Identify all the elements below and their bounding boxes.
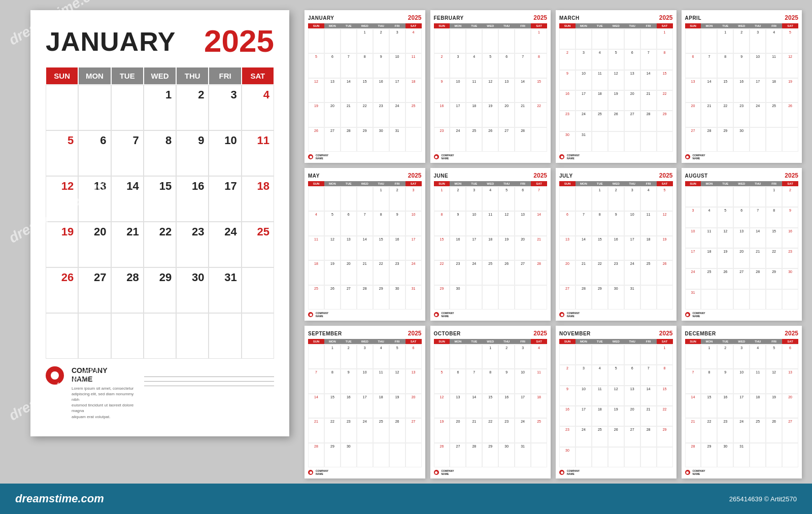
small-calendars-area: JANUARY2025SUNMONTUEWEDTHUFRISAT12345678… (304, 10, 802, 478)
small-cell-8-r0c6: 6 (405, 345, 422, 369)
small-cell-10-r4c1: 24 (576, 426, 592, 447)
small-day-hdr-5-0: SUN (434, 181, 450, 186)
small-cell-2-r5c3 (608, 131, 624, 152)
small-cell-2-r4c2: 25 (592, 111, 608, 131)
small-cell-6-r4c4: 31 (624, 285, 640, 310)
small-cell-2-r0c0 (559, 29, 576, 49)
small-day-hdr-11-2: TUE (717, 339, 733, 344)
small-cell-2-r5c6 (657, 131, 673, 152)
small-cell-4-r0c4: 1 (373, 187, 389, 211)
large-cell-r2c4: 16 (176, 176, 209, 222)
small-cell-11-r3c4: 25 (750, 418, 766, 442)
small-cell-7-r1c2: 5 (717, 207, 733, 227)
small-cell-6-r0c6: 5 (657, 187, 673, 211)
small-cell-8-r0c3: 3 (357, 345, 373, 369)
small-cal-header-4: MAY2025 (308, 172, 422, 179)
small-cell-3-r1c4: 10 (750, 53, 766, 78)
small-days-hdr-1: SUNMONTUEWEDTHUFRISAT (434, 23, 548, 28)
small-cell-9-r2c1: 13 (450, 394, 466, 418)
small-cal-header-1: FEBRUARY2025 (434, 14, 548, 21)
small-logo-inner-10 (561, 471, 563, 474)
small-cell-2-r3c0: 16 (559, 90, 576, 111)
small-cell-1-r0c5 (515, 29, 531, 53)
small-day-hdr-3-5: FRI (766, 23, 782, 28)
bottom-bar: dreamstime.com 265414639 © Artit2570 (0, 484, 812, 514)
small-cell-1-r0c6: 1 (531, 29, 547, 53)
small-cell-4-r3c3: 21 (357, 260, 373, 285)
small-cell-5-r2c4: 19 (498, 236, 515, 260)
small-cell-3-r2c4: 17 (750, 78, 766, 102)
small-cell-11-r3c0: 21 (685, 418, 701, 442)
small-cell-8-r0c1: 1 (324, 345, 341, 369)
small-cell-2-r1c0: 2 (559, 49, 576, 70)
small-cell-4-r0c2 (341, 187, 357, 211)
small-day-hdr-9-1: MON (450, 339, 466, 344)
small-cell-5-r0c2: 3 (466, 187, 482, 211)
large-cell-r5c3 (144, 313, 176, 359)
small-cell-3-r3c1: 21 (701, 102, 717, 127)
small-cell-1-r0c0 (434, 29, 450, 53)
small-cell-7-r5c6 (782, 289, 798, 310)
small-cell-10-r3c4: 20 (624, 406, 640, 426)
small-cell-0-r3c2: 21 (341, 102, 357, 127)
small-cell-6-r0c0 (559, 187, 576, 211)
large-cal-month: JANUARY (46, 26, 176, 57)
small-cell-3-r2c0: 13 (685, 78, 701, 102)
small-cell-2-r4c1: 24 (576, 111, 592, 131)
small-cell-10-r1c5: 7 (640, 365, 657, 385)
small-cell-10-r0c3 (608, 345, 624, 365)
small-cell-3-r2c5: 18 (766, 78, 782, 102)
small-cell-5-r1c2: 10 (466, 211, 482, 235)
small-cell-8-r2c2: 16 (341, 394, 357, 418)
small-days-hdr-9: SUNMONTUEWEDTHUFRISAT (434, 339, 548, 344)
small-cell-6-r2c5: 18 (640, 236, 657, 260)
small-cell-9-r0c4: 2 (498, 345, 515, 369)
small-cell-9-r4c4: 30 (498, 443, 515, 467)
small-cell-9-r3c5: 24 (515, 418, 531, 442)
small-cell-5-r1c0: 8 (434, 211, 450, 235)
small-cal-may: MAY2025SUNMONTUEWEDTHUFRISAT123456789101… (304, 168, 425, 321)
small-day-hdr-7-4: THU (750, 181, 766, 186)
small-day-hdr-0-3: WED (357, 23, 373, 28)
small-cell-10-r5c0: 30 (559, 447, 576, 467)
small-cell-0-r3c4: 23 (373, 102, 389, 127)
small-cell-9-r4c3: 29 (482, 443, 498, 467)
small-footer-4: COMPANYNAME (308, 312, 422, 318)
large-cell-r3c3: 22 (144, 222, 176, 267)
small-day-hdr-1-0: SUN (434, 23, 450, 28)
small-cell-4-r2c0: 11 (308, 236, 324, 260)
small-cell-3-r0c6: 5 (782, 29, 798, 53)
small-cell-3-r1c3: 9 (733, 53, 750, 78)
small-cell-2-r0c4 (624, 29, 640, 49)
small-cell-10-r3c6: 22 (657, 406, 673, 426)
large-cell-r4c2: 28 (111, 267, 144, 313)
small-cell-8-r4c6 (405, 443, 422, 467)
small-cell-2-r1c4: 6 (624, 49, 640, 70)
small-day-hdr-7-1: MON (701, 181, 717, 186)
small-cell-10-r1c1: 3 (576, 365, 592, 385)
small-cell-0-r0c4: 2 (373, 29, 389, 53)
small-year-0: 2025 (408, 14, 422, 21)
small-footer-7: COMPANYNAME (685, 312, 799, 318)
small-cell-3-r3c4: 24 (750, 102, 766, 127)
small-cell-8-r4c4 (373, 443, 389, 467)
small-cell-2-r5c4 (624, 131, 640, 152)
small-cell-8-r3c4: 25 (373, 418, 389, 442)
small-day-hdr-3-4: THU (750, 23, 766, 28)
small-cell-2-r1c1: 3 (576, 49, 592, 70)
small-cell-0-r0c6: 4 (405, 29, 422, 53)
small-cell-2-r5c0: 30 (559, 131, 576, 152)
small-cell-4-r3c4: 22 (373, 260, 389, 285)
small-cell-10-r0c1 (576, 345, 592, 365)
large-cell-r5c2 (111, 313, 144, 359)
small-cell-5-r4c0: 29 (434, 285, 450, 310)
small-day-hdr-1-5: FRI (515, 23, 531, 28)
small-cell-1-r3c3: 19 (482, 102, 498, 127)
small-cell-8-r1c1: 8 (324, 369, 341, 393)
small-cell-2-r0c2 (592, 29, 608, 49)
day-header-fri: FRI (209, 67, 241, 85)
small-cal-july: JULY2025SUNMONTUEWEDTHUFRISAT12345678910… (556, 168, 676, 321)
small-cell-1-r0c3 (482, 29, 498, 53)
small-cell-7-r2c2: 12 (717, 228, 733, 248)
small-cell-0-r2c2: 14 (341, 78, 357, 102)
